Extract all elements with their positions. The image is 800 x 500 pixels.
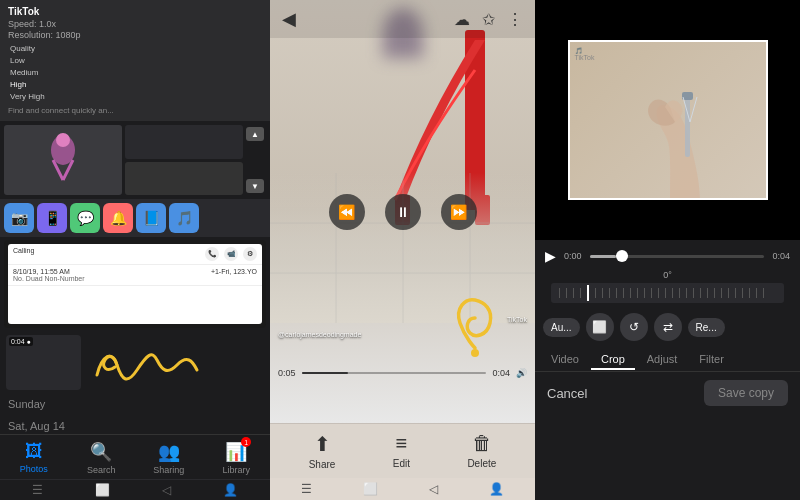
photos-panel: TikTok Speed: 1.0x Resolution: 1080p Qua… (0, 0, 270, 500)
tick-20 (693, 288, 694, 298)
duration-badge: 0:04 ● (9, 337, 33, 346)
thumb-bottom-right[interactable] (125, 162, 243, 196)
app-icon-blue-2[interactable]: 📘 (136, 203, 166, 233)
app-icon-blue-3[interactable]: 🎵 (169, 203, 199, 233)
tick-6 (595, 288, 596, 298)
edit-button[interactable]: ≡ Edit (393, 432, 410, 470)
thumb-main[interactable] (4, 125, 122, 195)
crop-image-content: 🎵 TikTok (570, 42, 766, 198)
tick-4 (580, 288, 581, 298)
sys2-menu[interactable]: ☰ (301, 482, 312, 496)
app-icon-blue[interactable]: 📷 (4, 203, 34, 233)
tick-22 (707, 288, 708, 298)
call-action-1[interactable]: 📞 (205, 247, 219, 261)
tab-crop[interactable]: Crop (591, 349, 635, 369)
delete-button[interactable]: 🗑 Delete (467, 432, 496, 470)
hand-graphic (570, 42, 766, 198)
timeline-slider-crop[interactable] (590, 255, 765, 258)
tick-24 (721, 288, 722, 298)
rotation-track[interactable] (551, 283, 784, 303)
cloud-icon[interactable]: ☁ (454, 10, 470, 29)
volume-icon[interactable]: 🔊 (516, 368, 527, 378)
time-start: 0:05 (278, 368, 296, 378)
quality-very-high[interactable]: Very High (8, 91, 262, 102)
black-bar-bottom (535, 210, 800, 240)
share-button[interactable]: ⬆ Share (309, 432, 336, 470)
tick-19 (686, 288, 687, 298)
tick-29 (756, 288, 757, 298)
sys2-back[interactable]: ◁ (429, 482, 438, 496)
speed-label: Speed: 1.0x (8, 19, 56, 29)
video-thumb-doodle[interactable]: 0:04 ● (6, 335, 81, 390)
photos-label: Photos (20, 464, 48, 474)
thumb-top-right[interactable] (125, 125, 243, 159)
app-icons-strip: 📷 📱 💬 🔔 📘 🎵 (0, 199, 270, 237)
sys2-user[interactable]: 👤 (489, 482, 504, 496)
sys2-home[interactable]: ⬜ (363, 482, 378, 496)
nav-sharing[interactable]: 👥 Sharing (135, 441, 203, 475)
library-icon: 📊 1 (225, 441, 247, 463)
forward-button[interactable]: ⏩ (441, 194, 477, 230)
save-copy-button[interactable]: Save copy (704, 380, 788, 406)
timeline-track[interactable] (302, 372, 487, 374)
video-panel: ◀ ☁ ✩ ⋮ (270, 0, 535, 500)
search-icon: 🔍 (90, 441, 112, 463)
crop-image-area: 🎵 TikTok (568, 40, 768, 200)
tick-17 (672, 288, 673, 298)
frame-tool-button[interactable]: ⬜ (586, 313, 614, 341)
tick-25 (728, 288, 729, 298)
rewind-button[interactable]: ⏪ (329, 194, 365, 230)
timeline-thumb-crop[interactable] (616, 250, 628, 262)
nav-search[interactable]: 🔍 Search (68, 441, 136, 475)
sys-home[interactable]: ⬜ (95, 483, 110, 497)
call-action-2[interactable]: 📹 (224, 247, 238, 261)
timeline-fill-crop (590, 255, 616, 258)
quality-high[interactable]: High (8, 79, 262, 90)
tick-13 (644, 288, 645, 298)
tool-row: Au... ⬜ ↺ ⇄ Re... (535, 307, 800, 347)
more-icon[interactable]: ⋮ (507, 10, 523, 29)
scroll-down[interactable]: ▼ (246, 179, 264, 193)
nav-library[interactable]: 📊 1 Library (203, 441, 271, 475)
figure-graphic (33, 130, 93, 190)
reset-tool-button[interactable]: Re... (688, 318, 725, 337)
quality-medium[interactable]: Medium (8, 67, 262, 78)
play-button-small[interactable]: ▶ (545, 248, 556, 264)
svg-point-1 (56, 133, 70, 147)
search-label: Search (87, 465, 116, 475)
tick-14 (651, 288, 652, 298)
auto-tool-button[interactable]: Au... (543, 318, 580, 337)
crop-panel: 🎵 TikTok ▶ (535, 0, 800, 500)
app-icon-red[interactable]: 🔔 (103, 203, 133, 233)
flip-tool-button[interactable]: ⇄ (654, 313, 682, 341)
app-icon-green-1[interactable]: 💬 (70, 203, 100, 233)
quality-low[interactable]: Low (8, 55, 262, 66)
system-bar-2: ☰ ⬜ ◁ 👤 (270, 478, 535, 500)
timeline-fill (302, 372, 348, 374)
back-button[interactable]: ◀ (282, 8, 296, 30)
right-thumbs (125, 125, 243, 195)
play-pause-button[interactable]: ⏸ (385, 194, 421, 230)
delete-icon: 🗑 (472, 432, 492, 455)
tab-filter[interactable]: Filter (689, 349, 733, 369)
sys-menu[interactable]: ☰ (32, 483, 43, 497)
phone-screenshot: Calling 📞 📹 ⚙ 8/10/19, 11:55 AM No. Duad… (4, 240, 266, 328)
star-icon[interactable]: ✩ (482, 10, 495, 29)
cancel-button[interactable]: Cancel (547, 386, 587, 401)
tick-21 (700, 288, 701, 298)
sys-back[interactable]: ◁ (162, 483, 171, 497)
rotate-tool-button[interactable]: ↺ (620, 313, 648, 341)
sys-user[interactable]: 👤 (223, 483, 238, 497)
scroll-up[interactable]: ▲ (246, 127, 264, 141)
call-action-3[interactable]: ⚙ (243, 247, 257, 261)
tick-26 (735, 288, 736, 298)
photos-icon: 🖼 (25, 441, 43, 462)
tick-1 (559, 288, 560, 298)
doodle-area: 0:04 ● (0, 331, 270, 394)
tick-2 (566, 288, 567, 298)
sharing-label: Sharing (153, 465, 184, 475)
tab-video[interactable]: Video (541, 349, 589, 369)
app-icon-purple[interactable]: 📱 (37, 203, 67, 233)
nav-photos[interactable]: 🖼 Photos (0, 441, 68, 475)
tab-adjust[interactable]: Adjust (637, 349, 688, 369)
